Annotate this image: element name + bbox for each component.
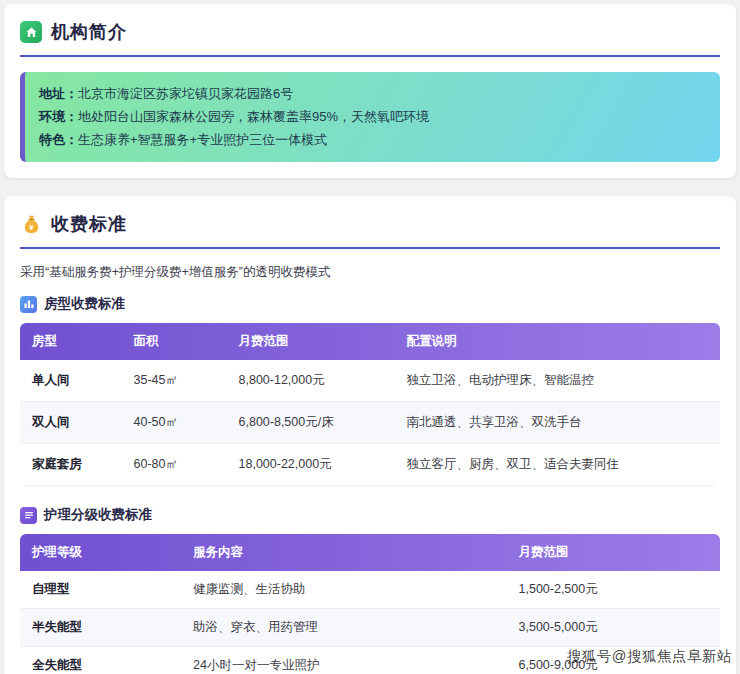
list-icon	[20, 507, 37, 524]
table-row: 家庭套房 60-80㎡ 18,000-22,000元 独立客厅、厨房、双卫、适合…	[20, 444, 720, 486]
care-level-cell: 半失能型	[20, 609, 181, 647]
money-bag-icon: ¥	[20, 213, 42, 235]
care-table-header-level: 护理等级	[20, 534, 181, 571]
environment-value: 地处阳台山国家森林公园旁，森林覆盖率95%，天然氧吧环境	[78, 109, 429, 124]
care-service-cell: 助浴、穿衣、用药管理	[181, 609, 507, 647]
room-table-heading-row: 房型收费标准	[20, 295, 720, 313]
room-table-header-type: 房型	[20, 323, 122, 360]
care-service-cell: 24小时一对一专业照护	[181, 647, 507, 674]
room-config-cell: 独立卫浴、电动护理床、智能温控	[395, 360, 721, 402]
care-fee-cell: 3,500-5,000元	[507, 609, 721, 647]
house-icon	[20, 21, 42, 43]
svg-text:¥: ¥	[29, 222, 34, 231]
room-fee-table: 房型 面积 月费范围 配置说明 单人间 35-45㎡ 8,800-12,000元…	[20, 323, 720, 486]
room-fee-cell: 18,000-22,000元	[227, 444, 395, 486]
page: 机构简介 地址：北京市海淀区苏家坨镇贝家花园路6号 环境：地处阳台山国家森林公园…	[0, 4, 740, 674]
bar-chart-icon	[20, 296, 37, 313]
table-row: 自理型 健康监测、生活协助 1,500-2,500元	[20, 571, 720, 609]
fees-section-header: ¥ 收费标准	[20, 212, 720, 249]
environment-line: 环境：地处阳台山国家森林公园旁，森林覆盖率95%，天然氧吧环境	[39, 106, 706, 129]
table-row: 半失能型 助浴、穿衣、用药管理 3,500-5,000元	[20, 609, 720, 647]
address-value: 北京市海淀区苏家坨镇贝家花园路6号	[78, 86, 293, 101]
room-fee-cell: 6,800-8,500元/床	[227, 402, 395, 444]
intro-section-title: 机构简介	[51, 20, 127, 44]
care-table-header-row: 护理等级 服务内容 月费范围	[20, 534, 720, 571]
feature-line: 特色：生态康养+智慧服务+专业照护三位一体模式	[39, 129, 706, 152]
room-table-header-area: 面积	[122, 323, 227, 360]
care-fee-cell: 1,500-2,500元	[507, 571, 721, 609]
environment-label: 环境：	[39, 109, 78, 124]
room-config-cell: 南北通透、共享卫浴、双洗手台	[395, 402, 721, 444]
room-type-cell: 单人间	[20, 360, 122, 402]
care-table-header-fee: 月费范围	[507, 534, 721, 571]
table-row: 单人间 35-45㎡ 8,800-12,000元 独立卫浴、电动护理床、智能温控	[20, 360, 720, 402]
room-table-header-fee: 月费范围	[227, 323, 395, 360]
care-level-cell: 自理型	[20, 571, 181, 609]
table-row: 双人间 40-50㎡ 6,800-8,500元/床 南北通透、共享卫浴、双洗手台	[20, 402, 720, 444]
care-table-header-service: 服务内容	[181, 534, 507, 571]
intro-card: 机构简介 地址：北京市海淀区苏家坨镇贝家花园路6号 环境：地处阳台山国家森林公园…	[4, 4, 736, 178]
feature-value: 生态康养+智慧服务+专业照护三位一体模式	[78, 132, 327, 147]
room-config-cell: 独立客厅、厨房、双卫、适合夫妻同住	[395, 444, 721, 486]
care-level-cell: 全失能型	[20, 647, 181, 674]
fees-intro-text: 采用“基础服务费+护理分级费+增值服务”的透明收费模式	[20, 264, 720, 281]
room-table-header-config: 配置说明	[395, 323, 721, 360]
care-service-cell: 健康监测、生活协助	[181, 571, 507, 609]
watermark: 搜狐号@搜狐焦点阜新站	[567, 647, 732, 666]
intro-section-header: 机构简介	[20, 20, 720, 57]
room-area-cell: 40-50㎡	[122, 402, 227, 444]
room-area-cell: 35-45㎡	[122, 360, 227, 402]
intro-info-box: 地址：北京市海淀区苏家坨镇贝家花园路6号 环境：地处阳台山国家森林公园旁，森林覆…	[20, 72, 720, 162]
room-type-cell: 家庭套房	[20, 444, 122, 486]
room-fee-cell: 8,800-12,000元	[227, 360, 395, 402]
care-table-heading-row: 护理分级收费标准	[20, 506, 720, 524]
address-label: 地址：	[39, 86, 78, 101]
feature-label: 特色：	[39, 132, 78, 147]
care-table-heading: 护理分级收费标准	[44, 506, 152, 524]
fees-card: ¥ 收费标准 采用“基础服务费+护理分级费+增值服务”的透明收费模式 房型收费标…	[4, 196, 736, 674]
room-area-cell: 60-80㎡	[122, 444, 227, 486]
room-type-cell: 双人间	[20, 402, 122, 444]
fees-section-title: 收费标准	[51, 212, 127, 236]
room-table-heading: 房型收费标准	[44, 295, 125, 313]
room-table-header-row: 房型 面积 月费范围 配置说明	[20, 323, 720, 360]
address-line: 地址：北京市海淀区苏家坨镇贝家花园路6号	[39, 83, 706, 106]
